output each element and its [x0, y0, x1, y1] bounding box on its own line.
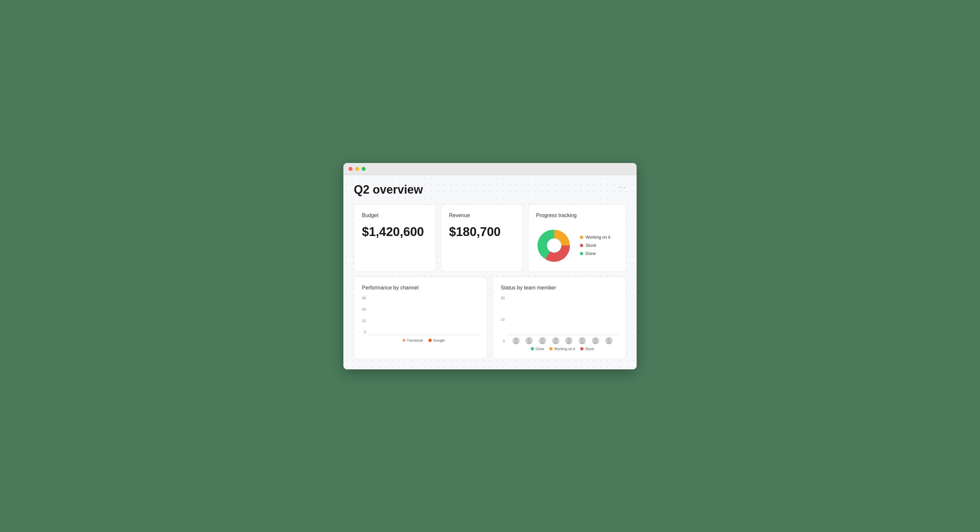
revenue-title: Revenue [449, 213, 514, 218]
revenue-card: Revenue $180,700 [441, 204, 523, 272]
svg-point-0 [547, 238, 562, 253]
done-status-dot [531, 347, 534, 350]
avatar-2 [525, 337, 533, 344]
status-chart-body: Done Working on it Stuck [507, 296, 618, 351]
budget-value: $1,420,600 [362, 225, 428, 239]
svg-point-3 [528, 338, 530, 341]
top-cards-row: Budget $1,420,600 Revenue $180,700 Progr… [354, 204, 626, 272]
progress-title: Progress tracking [536, 213, 618, 218]
svg-point-9 [568, 338, 570, 341]
svg-point-4 [527, 342, 531, 344]
avatar-5 [565, 337, 573, 344]
stuck-dot [580, 244, 583, 247]
svg-point-6 [540, 342, 545, 344]
more-menu-button[interactable]: ··· [618, 183, 626, 191]
svg-point-5 [541, 338, 544, 341]
close-dot[interactable] [348, 167, 353, 171]
svg-point-1 [515, 338, 517, 341]
working-status-dot [549, 347, 552, 350]
svg-point-2 [514, 342, 519, 344]
svg-point-11 [581, 338, 584, 341]
done-dot [580, 252, 583, 255]
progress-legend: Working on it Stuck Done [580, 235, 611, 256]
bottom-charts-row: Performance by channel 60 40 20 0 [354, 277, 626, 359]
stuck-label: Stuck [586, 243, 597, 248]
progress-card: Progress tracking [528, 204, 627, 272]
status-title: Status by team member [501, 285, 618, 291]
dashboard: Q2 overview ··· Budget $1,420,600 Revenu… [344, 175, 636, 370]
performance-card: Performance by channel 60 40 20 0 [354, 277, 487, 359]
performance-title: Performance by channel [362, 285, 479, 291]
pie-chart [536, 228, 572, 263]
budget-title: Budget [362, 213, 428, 218]
google-legend-label: Google [433, 338, 445, 342]
status-legend-stuck: Stuck [580, 347, 594, 351]
legend-fb: Facebook [402, 338, 423, 342]
legend-stuck: Stuck [580, 243, 611, 248]
status-chart-area: 20 10 0 [501, 296, 618, 351]
performance-legend: Facebook Google [368, 338, 479, 342]
progress-chart-area: Working on it Stuck Done [536, 228, 618, 263]
avatar-7 [592, 337, 599, 344]
avatar-8 [605, 337, 612, 344]
avatar-4 [552, 337, 559, 344]
performance-y-axis: 60 40 20 0 [362, 296, 368, 342]
revenue-value: $180,700 [449, 225, 514, 239]
status-legend-done: Done [531, 347, 544, 351]
working-dot [580, 236, 583, 239]
fb-legend-label: Facebook [407, 338, 423, 342]
stuck-status-dot [580, 347, 584, 350]
maximize-dot[interactable] [362, 167, 366, 171]
svg-point-8 [554, 342, 558, 344]
working-status-label: Working on it [554, 347, 575, 351]
done-status-label: Done [536, 347, 544, 351]
performance-chart-body: Facebook Google [368, 296, 479, 342]
svg-point-13 [594, 338, 597, 341]
fb-legend-dot [402, 339, 406, 342]
stuck-status-label: Stuck [585, 347, 594, 351]
google-legend-dot [428, 339, 432, 342]
svg-point-10 [566, 342, 571, 344]
legend-done: Done [580, 251, 611, 256]
svg-point-14 [593, 342, 598, 344]
page-title: Q2 overview [354, 183, 423, 197]
status-legend: Done Working on it Stuck [507, 347, 618, 351]
avatar-3 [539, 337, 546, 344]
svg-point-12 [580, 342, 584, 344]
performance-bars [368, 296, 479, 335]
avatar-row [507, 337, 618, 344]
budget-card: Budget $1,420,600 [354, 204, 436, 272]
legend-google: Google [428, 338, 445, 342]
status-legend-working: Working on it [549, 347, 575, 351]
done-label: Done [586, 251, 596, 256]
working-label: Working on it [586, 235, 611, 240]
svg-point-7 [555, 338, 557, 341]
status-card: Status by team member 20 10 0 [493, 277, 626, 359]
status-bars [507, 296, 618, 335]
legend-working: Working on it [580, 235, 611, 240]
svg-point-15 [608, 338, 610, 341]
avatar-1 [512, 337, 520, 344]
browser-titlebar [344, 163, 636, 175]
svg-point-16 [607, 342, 611, 344]
status-y-axis: 20 10 0 [501, 296, 507, 351]
dashboard-header: Q2 overview ··· [354, 183, 626, 197]
minimize-dot[interactable] [355, 167, 359, 171]
browser-window: Q2 overview ··· Budget $1,420,600 Revenu… [344, 163, 636, 370]
avatar-6 [579, 337, 586, 344]
performance-chart-area: 60 40 20 0 [362, 296, 479, 342]
